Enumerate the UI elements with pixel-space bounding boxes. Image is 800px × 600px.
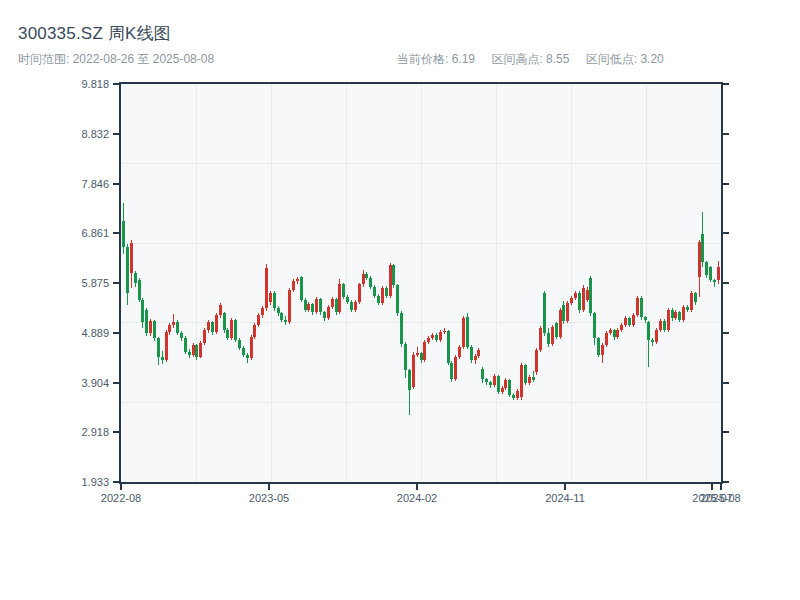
candle-body	[651, 340, 654, 343]
candle-body	[613, 330, 616, 337]
candle-body	[705, 262, 708, 275]
candle-body	[377, 296, 380, 303]
candle-body	[385, 288, 388, 296]
candle-body	[331, 299, 334, 307]
candle-body	[512, 395, 515, 398]
candle-wick	[652, 338, 653, 346]
x-tickmark	[120, 484, 122, 490]
candle-body	[234, 320, 237, 340]
candle-body	[280, 313, 283, 320]
y-axis-tick-label: 8.832	[57, 127, 109, 141]
current-price-stat: 当前价格: 6.19	[397, 52, 475, 66]
candle-body	[671, 310, 674, 319]
candle-body	[420, 353, 423, 360]
candle-body	[474, 356, 477, 360]
y-tickmark-right	[723, 332, 729, 334]
candle-body	[508, 380, 511, 395]
candle-body	[655, 330, 658, 342]
candle-wick	[714, 279, 715, 287]
candle-body	[315, 299, 318, 312]
candle-body	[408, 370, 411, 390]
candle-body	[203, 330, 206, 343]
candle-body	[265, 268, 268, 308]
candle-body	[404, 344, 407, 370]
candle-body	[172, 322, 175, 325]
candle-body	[647, 322, 650, 340]
x-axis-tick-label: 2024-11	[545, 492, 585, 504]
candle-body	[555, 323, 558, 337]
candle-body	[477, 350, 480, 357]
candle-body	[620, 325, 623, 330]
candle-body	[192, 345, 195, 355]
candle-body	[423, 342, 426, 360]
x-axis-tick-label: 2022-08	[101, 492, 141, 504]
candle-body	[269, 293, 272, 302]
candle-body	[323, 312, 326, 318]
candle-wick	[173, 314, 174, 328]
candle-body	[296, 279, 299, 281]
candle-body	[145, 310, 148, 333]
y-tickmark	[113, 183, 119, 185]
candle-body	[427, 338, 430, 342]
candle-body	[644, 317, 647, 320]
candle-body	[701, 234, 704, 262]
candle-body	[659, 321, 662, 331]
candle-body	[539, 328, 542, 350]
candle-body	[338, 284, 341, 312]
x-tickmark	[720, 484, 722, 490]
candle-body	[253, 325, 256, 337]
candle-body	[485, 379, 488, 382]
candle-body	[609, 330, 612, 333]
candle-body	[346, 297, 349, 302]
candles-layer	[121, 84, 721, 482]
candle-body	[593, 313, 596, 338]
y-tickmark-right	[723, 431, 729, 433]
candle-body	[497, 376, 500, 392]
date-range-label: 时间范围: 2022-08-26 至 2025-08-08	[18, 51, 214, 68]
y-axis-tick-label: 1.933	[57, 475, 109, 489]
candle-body	[562, 305, 565, 321]
candle-body	[358, 284, 361, 302]
candle-body	[698, 242, 701, 277]
candle-body	[566, 303, 569, 321]
candle-body	[141, 300, 144, 322]
candle-wick	[162, 351, 163, 363]
candle-body	[493, 376, 496, 385]
y-tickmark-right	[723, 133, 729, 135]
price-stats: 当前价格: 6.19 区间高点: 8.55 区间低点: 3.20	[397, 51, 677, 68]
candle-body	[454, 357, 457, 379]
y-axis-tick-label: 9.818	[57, 77, 109, 91]
candle-body	[450, 363, 453, 379]
candle-body	[354, 302, 357, 310]
candle-wick	[417, 347, 418, 357]
y-tickmark	[113, 232, 119, 234]
candle-body	[369, 278, 372, 287]
candle-body	[126, 247, 129, 293]
x-tickmark	[416, 484, 418, 490]
candle-body	[261, 308, 264, 315]
y-tickmark-right	[723, 232, 729, 234]
candle-body	[690, 293, 693, 309]
y-tickmark-right	[723, 481, 729, 483]
y-axis-tick-label: 2.918	[57, 425, 109, 439]
candle-body	[284, 320, 287, 323]
candle-body	[199, 343, 202, 357]
candle-body	[501, 388, 504, 392]
candle-body	[223, 313, 226, 330]
candle-body	[311, 304, 314, 312]
y-tickmark	[113, 431, 119, 433]
candle-body	[504, 380, 507, 388]
candle-body	[122, 221, 125, 247]
y-tickmark-right	[723, 382, 729, 384]
candle-body	[717, 267, 720, 280]
candle-body	[342, 284, 345, 297]
candle-wick	[247, 353, 248, 363]
candle-body	[138, 280, 141, 300]
candle-body	[176, 322, 179, 333]
candle-body	[686, 307, 689, 310]
x-tickmark	[268, 484, 270, 490]
candle-body	[180, 333, 183, 338]
candle-body	[628, 318, 631, 325]
y-tickmark	[113, 83, 119, 85]
x-axis-tick-label: 2023-05	[249, 492, 289, 504]
